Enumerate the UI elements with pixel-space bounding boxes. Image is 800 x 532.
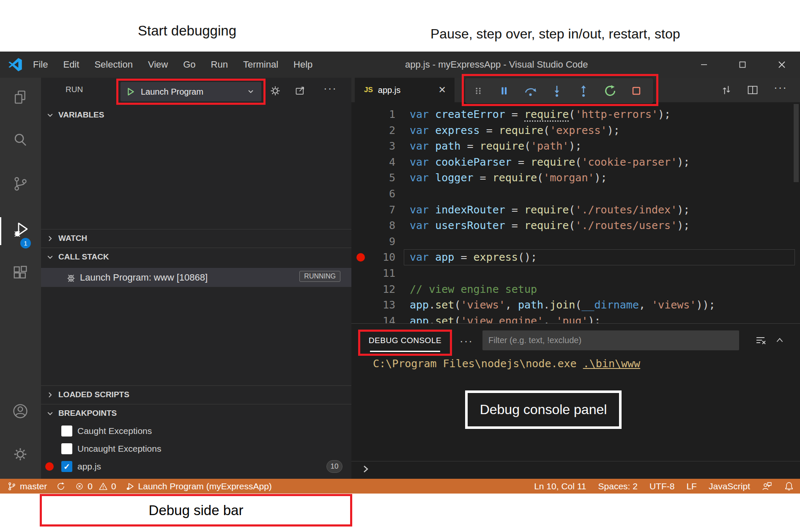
code-line: 1var createError = require('http-errors'… (351, 106, 800, 123)
search-icon[interactable] (12, 132, 28, 148)
line-number: 1 (351, 106, 395, 123)
cursor-position[interactable]: Ln 10, Col 11 (528, 479, 592, 494)
line-number: 12 (351, 281, 395, 297)
feedback-button[interactable] (756, 479, 778, 494)
vscode-logo-icon (8, 57, 23, 72)
filter-input[interactable] (482, 330, 739, 350)
code-line: 4var cookieParser = require('cookie-pars… (351, 154, 800, 170)
section-variables[interactable]: VARIABLES (41, 106, 351, 123)
debug-session-indicator[interactable]: Launch Program (myExpressApp) (121, 479, 277, 494)
annotation-box-launch (116, 79, 266, 105)
breakpoint-row-caught: Caught Exceptions (41, 423, 351, 439)
annotation-box-toolbar (462, 74, 658, 106)
code-line: 11 (351, 265, 800, 281)
editor-area: JS app.js ✕ ··· (351, 78, 800, 479)
section-breakpoints[interactable]: BREAKPOINTS (41, 405, 351, 422)
error-icon (75, 482, 84, 491)
breakpoint-row-uncaught: Uncaught Exceptions (41, 440, 351, 457)
code-line: 6 (351, 186, 800, 202)
source-control-icon[interactable] (12, 176, 28, 192)
current-line-highlight (404, 249, 795, 265)
more-actions-icon[interactable]: ··· (323, 82, 337, 95)
code-line: 12// view engine setup (351, 281, 800, 297)
running-badge: RUNNING (299, 271, 340, 282)
chevron-up-icon[interactable] (773, 334, 786, 346)
minimize-button[interactable] (688, 52, 720, 78)
chevron-down-icon (47, 112, 54, 119)
javascript-file-icon: JS (364, 86, 373, 94)
checkbox-unchecked[interactable] (61, 426, 72, 437)
menu-terminal[interactable]: Terminal (236, 59, 286, 70)
menu-selection[interactable]: Selection (87, 59, 140, 70)
line-number: 6 (351, 186, 395, 202)
sync-button[interactable] (52, 479, 70, 494)
scrollbar-thumb[interactable] (794, 104, 799, 182)
debug-badge: 1 (20, 238, 31, 248)
extensions-icon[interactable] (12, 265, 28, 281)
language-mode[interactable]: JavaScript (703, 479, 756, 494)
menu-file[interactable]: File (25, 59, 55, 70)
close-button[interactable] (766, 52, 798, 78)
console-output-link[interactable]: .\bin\www (583, 357, 640, 370)
code-line: 10var app = express(); (351, 249, 800, 265)
branch-indicator[interactable]: master (3, 479, 52, 494)
encoding[interactable]: UTF-8 (644, 479, 681, 494)
clear-console-icon[interactable] (754, 334, 767, 347)
editor-more-actions-icon[interactable]: ··· (774, 81, 787, 94)
eol-sequence[interactable]: LF (680, 479, 703, 494)
annotation-box-console-panel: Debug console panel (465, 390, 622, 429)
line-number: 13 (351, 297, 395, 313)
line-number: 4 (351, 154, 395, 170)
maximize-button[interactable] (726, 52, 759, 78)
status-bar: master 0 0 Launch Program (myExpressApp)… (0, 479, 800, 494)
breakpoint-label: Caught Exceptions (77, 426, 152, 436)
notifications-button[interactable] (778, 479, 800, 494)
title-bar: File Edit Selection View Go Run Terminal… (0, 52, 800, 78)
annotation-box-debug-console (358, 330, 452, 356)
checkbox-checked[interactable]: ✓ (61, 461, 72, 472)
debug-console-panel: DEBUG CONSOLE ··· C:\Program Files\nodej… (351, 323, 800, 479)
annotation-debug-toolbar: Pause, step over, step in/out, restart, … (430, 26, 680, 42)
menu-go[interactable]: Go (175, 59, 203, 70)
breakpoint-dot (45, 462, 54, 471)
run-debug-icon[interactable] (12, 221, 29, 237)
indentation[interactable]: Spaces: 2 (592, 479, 644, 494)
menu-view[interactable]: View (140, 59, 175, 70)
code-line: 9 (351, 234, 800, 250)
console-output: C:\Program Files\nodejs\node.exe .\bin\w… (373, 357, 640, 370)
code-line: 3var path = require('path'); (351, 138, 800, 154)
bell-icon (784, 481, 794, 491)
breakpoint-count-badge: 10 (326, 460, 342, 473)
console-prompt-icon[interactable] (361, 464, 371, 474)
screenshot-canvas: Start debugging Pause, step over, step i… (0, 0, 800, 532)
settings-gear-icon[interactable] (12, 446, 28, 462)
debug-console-open-icon[interactable] (295, 85, 307, 97)
problems-indicator[interactable]: 0 0 (70, 479, 121, 494)
line-number: 8 (351, 218, 395, 234)
checkbox-unchecked[interactable] (61, 443, 72, 454)
panel-more-actions-icon[interactable]: ··· (460, 335, 473, 348)
section-watch[interactable]: WATCH (41, 230, 351, 247)
section-loaded-scripts[interactable]: LOADED SCRIPTS (41, 386, 351, 403)
line-number: 11 (351, 265, 395, 281)
menu-help[interactable]: Help (286, 59, 320, 70)
code-line: 7var indexRouter = require('./routes/ind… (351, 202, 800, 218)
code-line: 5var logger = require('morgan'); (351, 170, 800, 186)
explorer-icon[interactable] (12, 90, 28, 106)
menu-run[interactable]: Run (203, 59, 236, 70)
account-icon[interactable] (12, 403, 28, 419)
vscode-window: File Edit Selection View Go Run Terminal… (0, 52, 800, 494)
compare-changes-icon[interactable] (721, 84, 732, 96)
section-call-stack[interactable]: CALL STACK (41, 248, 351, 265)
menu-edit[interactable]: Edit (55, 59, 87, 70)
breakpoint-label: Uncaught Exceptions (77, 444, 161, 454)
chevron-right-icon (47, 235, 54, 242)
tab-close-icon[interactable]: ✕ (438, 85, 446, 95)
breakpoint-row-appjs: ✓ app.js 10 (41, 458, 351, 475)
tab-appjs[interactable]: JS app.js ✕ (355, 78, 455, 102)
debug-settings-gear-icon[interactable] (269, 85, 281, 97)
split-editor-icon[interactable] (747, 84, 759, 96)
chevron-right-icon (47, 391, 54, 398)
console-output-path: C:\Program Files\nodejs\node.exe (373, 357, 583, 370)
breakpoint-label: app.js (77, 461, 101, 472)
